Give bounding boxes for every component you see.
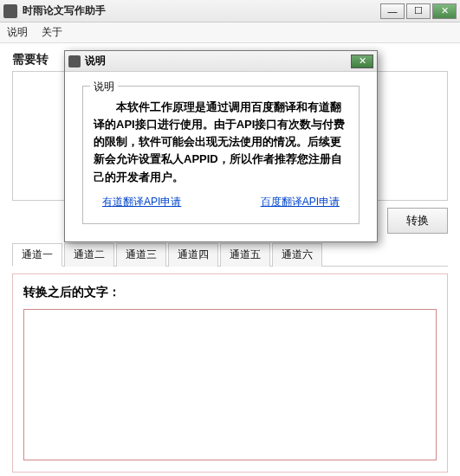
close-button[interactable]: ✕ [432, 3, 457, 19]
dialog-link-row: 有道翻译API申请 百度翻译API申请 [94, 195, 348, 209]
minimize-button[interactable]: — [380, 3, 405, 19]
dialog-fieldset: 说明 本软件工作原理是通过调用百度翻译和有道翻译的API接口进行使用。由于API… [82, 86, 360, 224]
menu-help[interactable]: 说明 [7, 25, 28, 40]
menu-about[interactable]: 关于 [42, 25, 62, 40]
dialog-app-icon [68, 55, 81, 68]
maximize-button[interactable]: ☐ [406, 3, 431, 19]
window-title: 时雨论文写作助手 [23, 3, 380, 18]
channel-tabs: 通道一 通道二 通道三 通道四 通道五 通道六 [12, 242, 448, 267]
title-bar: 时雨论文写作助手 — ☐ ✕ [0, 0, 460, 23]
menu-bar: 说明 关于 [0, 23, 460, 43]
output-textarea[interactable] [23, 309, 437, 460]
dialog-title-bar: 说明 ✕ [65, 51, 377, 72]
tab-channel-1[interactable]: 通道一 [12, 243, 62, 267]
main-window: 时雨论文写作助手 — ☐ ✕ 说明 关于 需要转 转换 通道一 通道二 通道三 … [0, 0, 460, 476]
link-baidu-api[interactable]: 百度翻译API申请 [261, 195, 340, 209]
tab-channel-4[interactable]: 通道四 [168, 243, 218, 267]
dialog-title: 说明 [85, 54, 351, 68]
tab-channel-3[interactable]: 通道三 [116, 243, 166, 267]
window-controls: — ☐ ✕ [380, 3, 457, 19]
tab-channel-2[interactable]: 通道二 [64, 243, 114, 267]
dialog-info-text: 本软件工作原理是通过调用百度翻译和有道翻译的API接口进行使用。由于API接口有… [94, 99, 348, 186]
dialog-legend: 说明 [90, 80, 118, 94]
output-group: 转换之后的文字： [12, 273, 448, 473]
app-icon [3, 4, 17, 18]
convert-button[interactable]: 转换 [387, 208, 448, 234]
tab-channel-6[interactable]: 通道六 [272, 243, 322, 267]
dialog-body: 说明 本软件工作原理是通过调用百度翻译和有道翻译的API接口进行使用。由于API… [65, 72, 377, 241]
dialog-close-button[interactable]: ✕ [351, 55, 373, 68]
dialog-info: 说明 ✕ 说明 本软件工作原理是通过调用百度翻译和有道翻译的API接口进行使用。… [64, 50, 378, 242]
tab-channel-5[interactable]: 通道五 [220, 243, 270, 267]
output-label: 转换之后的文字： [23, 285, 437, 300]
link-youdao-api[interactable]: 有道翻译API申请 [102, 195, 181, 209]
